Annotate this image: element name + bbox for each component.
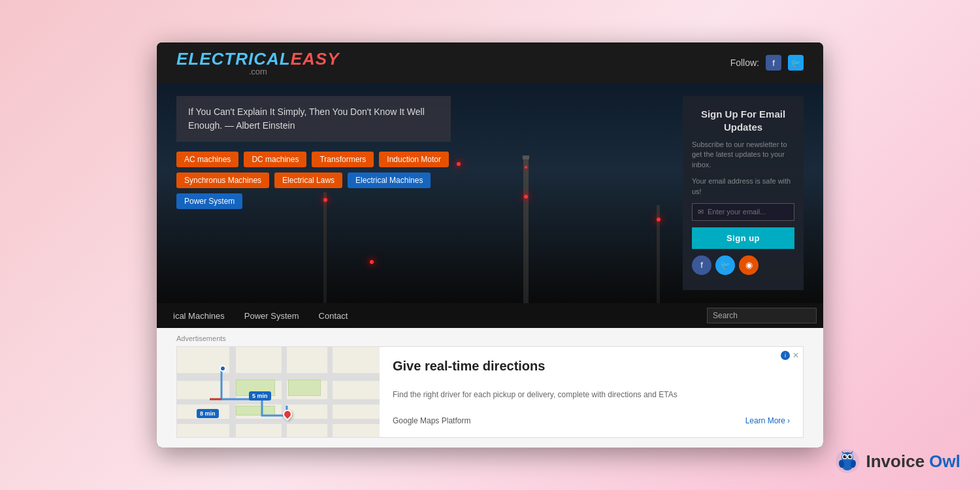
- signup-desc1: Subscribe to our newsletter to get the l…: [692, 140, 794, 170]
- tag-electrical-laws[interactable]: Electrical Laws: [274, 172, 342, 188]
- ad-close-icon[interactable]: ✕: [792, 351, 799, 360]
- tag-induction-motor[interactable]: Induction Motor: [379, 152, 449, 167]
- tag-transformers[interactable]: Transformers: [312, 152, 374, 167]
- svg-point-7: [845, 455, 846, 457]
- browser-window: ELECTRICALEASY .com Follow: f 🐦 If: [157, 42, 823, 448]
- ad-content: Give real-time directions Find the right…: [380, 347, 803, 437]
- social-buttons: f 🐦 ◉: [692, 255, 794, 275]
- route-svg: [177, 347, 380, 437]
- logo-electrical: ELECTRICAL: [176, 49, 291, 69]
- nav-item-contact[interactable]: Contact: [309, 304, 358, 327]
- twitter-circle[interactable]: 🐦: [715, 255, 735, 275]
- ad-info-icon[interactable]: i: [781, 351, 790, 360]
- map-origin-dot: [220, 365, 226, 372]
- hero-section: If You Can't Explain It Simply, Then You…: [157, 83, 823, 303]
- twitter-icon-header[interactable]: 🐦: [788, 55, 804, 71]
- email-input[interactable]: [708, 208, 789, 216]
- invoice-owl-badge: Invoice Owl: [835, 449, 961, 474]
- ad-footer: Google Maps Platform Learn More ›: [393, 416, 790, 425]
- follow-label: Follow:: [730, 57, 759, 68]
- facebook-icon-header[interactable]: f: [766, 55, 781, 71]
- nav-menu: ical Machines Power System Contact: [157, 303, 823, 328]
- svg-point-8: [850, 455, 851, 457]
- map-bubble-8min: 8 min: [197, 409, 219, 418]
- tag-dc-machines[interactable]: DC machines: [244, 152, 306, 167]
- tag-power-system[interactable]: Power System: [176, 193, 242, 209]
- ad-title: Give real-time directions: [393, 359, 790, 374]
- hero-quote: If You Can't Explain It Simply, Then You…: [176, 96, 451, 142]
- owl-logo-icon: [835, 449, 860, 474]
- ad-cta[interactable]: Learn More ›: [745, 416, 790, 425]
- site-logo[interactable]: ELECTRICALEASY .com: [176, 49, 339, 76]
- facebook-circle[interactable]: f: [692, 255, 711, 275]
- logo-easy: EASY: [291, 49, 340, 69]
- signup-button[interactable]: Sign up: [692, 227, 794, 249]
- map-pin: [283, 410, 292, 419]
- tag-ac-machines[interactable]: AC machines: [176, 152, 238, 167]
- ad-map: 5 min 8 min: [177, 347, 380, 437]
- signup-desc2: Your email address is safe with us!: [692, 176, 794, 197]
- nav-search-input[interactable]: [707, 308, 817, 323]
- ad-brand: Google Maps Platform: [393, 416, 470, 425]
- svg-point-6: [848, 455, 851, 459]
- email-icon: ✉: [698, 208, 704, 216]
- ad-card: 5 min 8 min Give real-time directions Fi…: [176, 346, 804, 438]
- owl-text: Owl: [929, 451, 960, 471]
- ad-controls: i ✕: [781, 351, 799, 360]
- signup-title: Sign Up For Email Updates: [692, 108, 794, 133]
- ads-section: Advertisements: [157, 328, 823, 448]
- rss-circle[interactable]: ◉: [739, 255, 759, 275]
- tag-synchronus-machines[interactable]: Synchronus Machines: [176, 172, 269, 188]
- hero-sidebar: Sign Up For Email Updates Subscribe to o…: [683, 96, 804, 290]
- site-header: ELECTRICALEASY .com Follow: f 🐦: [157, 42, 823, 83]
- hero-content: If You Can't Explain It Simply, Then You…: [176, 96, 670, 290]
- ads-label: Advertisements: [176, 335, 804, 342]
- nav-item-electrical-machines[interactable]: ical Machines: [163, 304, 235, 327]
- header-follow: Follow: f 🐦: [730, 55, 804, 71]
- svg-point-5: [843, 455, 846, 459]
- invoice-owl-text: Invoice Owl: [866, 451, 961, 472]
- map-bubble-5min: 5 min: [249, 391, 271, 400]
- nav-item-power-system[interactable]: Power System: [235, 304, 309, 327]
- hero-tags: AC machines DC machines Transformers Ind…: [176, 152, 470, 209]
- invoice-text: Invoice: [866, 451, 925, 471]
- ad-description: Find the right driver for each pickup or…: [393, 389, 790, 400]
- email-input-wrap[interactable]: ✉: [692, 203, 794, 221]
- tag-electrical-machines[interactable]: Electrical Machines: [348, 172, 431, 188]
